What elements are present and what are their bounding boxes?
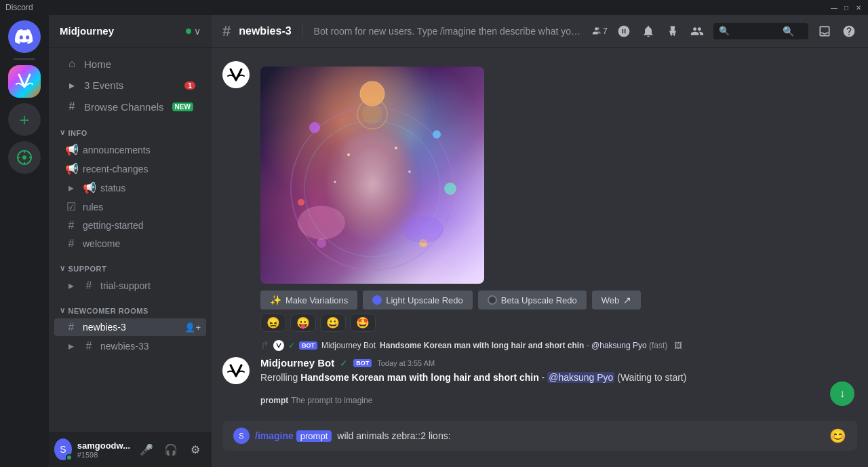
scroll-to-bottom-button[interactable]: ↓ bbox=[830, 381, 854, 406]
sidebar-item-events[interactable]: ▸ 3 Events 1 bbox=[54, 75, 206, 96]
midjourney-server-icon[interactable] bbox=[8, 65, 41, 98]
generated-image bbox=[260, 67, 484, 284]
beta-upscale-redo-button[interactable]: Beta Upscale Redo bbox=[478, 291, 587, 310]
header-icons: 7 🔍 bbox=[591, 23, 857, 39]
add-server-button[interactable]: ＋ bbox=[8, 103, 41, 136]
close-button[interactable]: ✕ bbox=[854, 3, 863, 12]
notification-icon[interactable] bbox=[640, 23, 656, 39]
search-input[interactable] bbox=[719, 26, 780, 36]
message-header-2: Midjourney Bot ✓ BOT Today at 3:55 AM bbox=[260, 357, 857, 369]
minimize-button[interactable]: — bbox=[830, 3, 838, 12]
status-text: (Waiting to start) bbox=[617, 372, 686, 383]
search-icon: 🔍 bbox=[783, 26, 794, 37]
server-divider bbox=[14, 58, 35, 60]
section-header-support[interactable]: ∨ SUPPORT bbox=[49, 253, 212, 276]
section-collapse-icon: ∨ bbox=[60, 306, 66, 315]
user-avatar[interactable]: S bbox=[54, 438, 72, 460]
discord-home-button[interactable] bbox=[8, 20, 41, 53]
reply-bot-badge: BOT bbox=[299, 341, 317, 350]
channel-item-status[interactable]: ▸ 📢 status bbox=[54, 179, 206, 197]
beta-upscale-icon bbox=[488, 295, 497, 305]
web-button[interactable]: Web ↗ bbox=[592, 291, 642, 310]
section-collapse-icon: ∨ bbox=[60, 128, 66, 137]
mute-button[interactable]: 🎤 bbox=[136, 438, 157, 460]
check-icon: ☑ bbox=[65, 200, 77, 213]
maximize-button[interactable]: □ bbox=[842, 3, 850, 12]
titlebar-left: Discord bbox=[5, 3, 33, 12]
expand-arrow-icon: ▸ bbox=[65, 181, 77, 194]
search-bar[interactable]: 🔍 bbox=[713, 23, 808, 39]
channel-header-desc: Bot room for new users. Type /imagine th… bbox=[314, 26, 583, 37]
sidebar-content: ⌂ Home ▸ 3 Events 1 # Browse Channels NE… bbox=[49, 48, 212, 432]
channel-item-newbies-3[interactable]: # newbies-3 👤+ bbox=[54, 318, 206, 336]
reply-context: ↱ ✓ BOT Midjourney Bot Handsome Korean m… bbox=[212, 337, 868, 353]
reply-avatar bbox=[273, 340, 284, 351]
message-content: ✨ Make Variations Light Upscale Redo Bet… bbox=[260, 61, 857, 332]
channel-item-rules[interactable]: ☑ rules bbox=[54, 198, 206, 216]
channel-item-welcome[interactable]: # welcome bbox=[54, 235, 206, 253]
image-container bbox=[260, 67, 491, 284]
button-label: Light Upscale Redo bbox=[386, 295, 462, 305]
make-variations-button[interactable]: ✨ Make Variations bbox=[260, 291, 357, 310]
deafen-button[interactable]: 🎧 bbox=[160, 438, 182, 460]
chat-input[interactable] bbox=[337, 430, 824, 441]
settings-button[interactable]: ⚙ bbox=[184, 438, 206, 460]
channel-name: announcements bbox=[83, 145, 151, 155]
discover-button[interactable] bbox=[8, 141, 41, 174]
inbox-icon[interactable] bbox=[816, 23, 833, 39]
message-group: ✨ Make Variations Light Upscale Redo Bet… bbox=[212, 58, 868, 335]
section-header-info[interactable]: ∨ INFO bbox=[49, 117, 212, 140]
server-header[interactable]: Midjourney ∨ bbox=[49, 15, 212, 48]
new-badge: NEW bbox=[172, 102, 193, 111]
reply-text: Handsome Korean man with long hair and s… bbox=[380, 341, 667, 350]
channel-item-getting-started[interactable]: # getting-started bbox=[54, 217, 206, 234]
sidebar-item-home[interactable]: ⌂ Home bbox=[54, 54, 206, 74]
channel-item-recent-changes[interactable]: 📢 recent-changes bbox=[54, 160, 206, 178]
reaction-btn-1[interactable]: 😛 bbox=[290, 314, 316, 332]
events-badge: 1 bbox=[184, 81, 195, 90]
variations-icon: ✨ bbox=[270, 295, 281, 305]
member-count-icon[interactable]: 7 bbox=[591, 23, 608, 39]
reaction-btn-0[interactable]: 😖 bbox=[260, 314, 286, 332]
channel-header: # newbies-3 Bot room for new users. Type… bbox=[212, 15, 868, 48]
section-collapse-icon: ∨ bbox=[60, 264, 66, 273]
mention[interactable]: @haksung Pyo bbox=[547, 372, 614, 383]
light-upscale-redo-button[interactable]: Light Upscale Redo bbox=[363, 291, 472, 310]
titlebar-controls[interactable]: — □ ✕ bbox=[830, 3, 863, 12]
threads-icon[interactable] bbox=[616, 23, 632, 39]
user-bar: S samgoodw... #1598 🎤 🎧 ⚙ bbox=[49, 432, 212, 467]
messages-area[interactable]: ✨ Make Variations Light Upscale Redo Bet… bbox=[212, 48, 868, 421]
main-wrapper: # newbies-3 Bot room for new users. Type… bbox=[212, 15, 868, 467]
section-label: INFO bbox=[68, 129, 87, 137]
online-indicator bbox=[186, 29, 191, 34]
add-member-icon[interactable]: 👤+ bbox=[184, 322, 201, 333]
browse-icon: # bbox=[65, 100, 79, 113]
titlebar: Discord — □ ✕ bbox=[0, 0, 868, 15]
expand-arrow-icon: ▸ bbox=[65, 339, 77, 352]
button-label: Make Variations bbox=[285, 295, 348, 305]
chat-input-wrapper[interactable]: S /imagine prompt 😊 bbox=[222, 421, 857, 451]
reaction-btn-2[interactable]: 😀 bbox=[320, 314, 346, 332]
prompt-description: The prompt to imagine bbox=[291, 396, 372, 405]
reply-author-name[interactable]: Midjourney Bot bbox=[321, 341, 376, 350]
light-upscale-icon bbox=[372, 295, 382, 305]
sidebar-item-label: Home bbox=[84, 58, 111, 70]
bot-avatar bbox=[222, 61, 250, 88]
sidebar-item-browse[interactable]: # Browse Channels NEW bbox=[54, 96, 206, 117]
message-author-2[interactable]: Midjourney Bot bbox=[260, 357, 334, 369]
pin-icon[interactable] bbox=[665, 23, 681, 39]
help-icon[interactable] bbox=[841, 23, 857, 39]
chevron-down-icon: ∨ bbox=[194, 26, 201, 37]
prompt-label: prompt bbox=[260, 396, 288, 405]
reaction-btn-3[interactable]: 🤩 bbox=[350, 314, 376, 332]
emoji-button[interactable]: 😊 bbox=[829, 428, 846, 444]
members-icon[interactable] bbox=[689, 23, 705, 39]
channel-item-newbies-33[interactable]: ▸ # newbies-33 bbox=[54, 337, 206, 355]
channel-item-announcements[interactable]: 📢 announcements bbox=[54, 141, 206, 159]
bot-badge: BOT bbox=[353, 359, 372, 367]
announcement-icon: 📢 bbox=[83, 181, 95, 194]
section-header-newcomer[interactable]: ∨ NEWCOMER ROOMS bbox=[49, 295, 212, 318]
header-divider bbox=[302, 24, 303, 38]
channel-item-trial-support[interactable]: ▸ # trial-support bbox=[54, 276, 206, 295]
server-list: ＋ bbox=[0, 15, 49, 467]
